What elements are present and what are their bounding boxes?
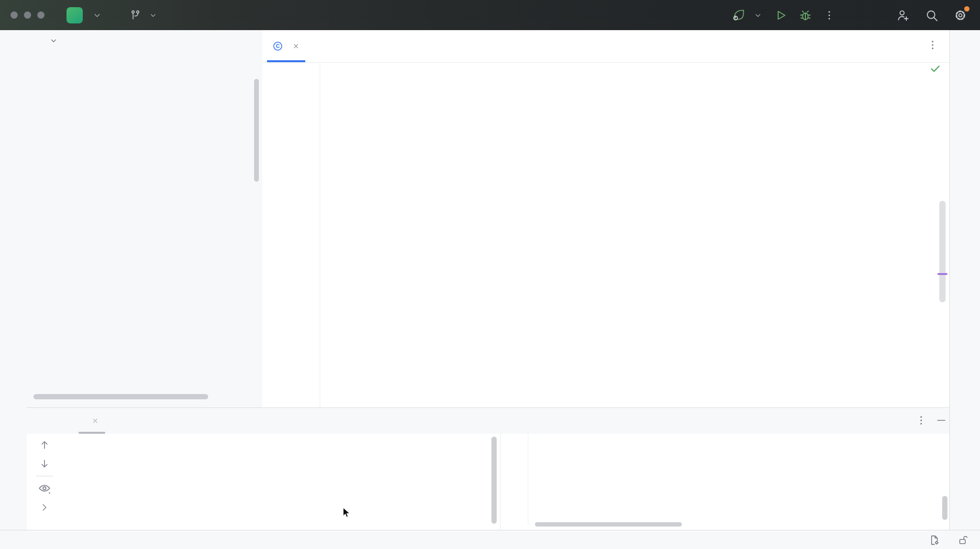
preview-horizontal-scrollbar[interactable]	[535, 522, 682, 527]
tab-close-icon[interactable]	[292, 43, 300, 50]
vcs-widget[interactable]	[129, 9, 158, 22]
project-chevron-icon[interactable]	[92, 10, 102, 21]
title-bar	[0, 0, 980, 30]
settings-badge	[964, 6, 969, 11]
indent-widget[interactable]	[925, 534, 940, 546]
add-user-icon[interactable]	[896, 8, 910, 22]
project-horizontal-scrollbar[interactable]	[33, 394, 208, 399]
preview-vertical-scrollbar[interactable]	[942, 496, 947, 520]
tab-main-java[interactable]: C	[267, 30, 305, 62]
find-tool-window	[27, 407, 949, 530]
editor-scrollbar[interactable]	[939, 201, 946, 302]
unlocked-icon[interactable]	[958, 534, 969, 546]
find-tree-scrollbar[interactable]	[491, 437, 497, 524]
find-options-kebab-icon[interactable]	[915, 414, 927, 427]
editor-area: C	[262, 30, 949, 407]
search-everywhere-icon[interactable]	[924, 8, 939, 22]
branch-chevron-icon	[148, 11, 158, 20]
project-vertical-scrollbar[interactable]	[254, 79, 259, 182]
right-tool-strip	[949, 30, 980, 530]
gutter-separator	[320, 63, 320, 407]
inspections-ok-icon[interactable]	[929, 63, 941, 75]
spring-boot-run-icon	[731, 8, 746, 22]
find-tab-usages[interactable]	[78, 408, 105, 434]
git-branch-icon	[129, 9, 142, 22]
find-tab-close-icon[interactable]	[92, 417, 99, 424]
editor-options-kebab-icon[interactable]	[926, 39, 939, 51]
minimize-panel-icon[interactable]	[935, 414, 947, 427]
class-icon: C	[273, 41, 283, 51]
project-panel-header[interactable]	[27, 30, 262, 51]
minimize-window-button[interactable]	[24, 11, 31, 19]
vcs-change-marker	[937, 273, 947, 275]
editor-tab-bar: C	[262, 30, 949, 63]
more-actions-icon[interactable]	[823, 9, 835, 22]
run-button[interactable]	[773, 8, 788, 22]
preview-gutter-separator	[528, 434, 528, 526]
run-configuration-widget[interactable]	[731, 8, 763, 22]
settings-gear-icon[interactable]	[953, 8, 968, 22]
svg-text:C: C	[276, 43, 280, 49]
usage-preview-pane[interactable]	[501, 434, 949, 526]
project-panel-chevron-icon[interactable]	[49, 36, 58, 45]
run-config-chevron-icon	[753, 11, 763, 20]
maximize-window-button[interactable]	[37, 11, 45, 19]
left-tool-strip	[0, 30, 27, 530]
code-style-file-gear-icon	[928, 534, 940, 546]
project-tool-window	[27, 30, 263, 407]
close-window-button[interactable]	[11, 11, 18, 19]
find-panel-header	[27, 408, 949, 434]
debug-button[interactable]	[798, 8, 813, 22]
window-controls	[11, 11, 45, 19]
code-editor[interactable]	[262, 63, 949, 410]
find-results-tree	[27, 434, 493, 527]
ide-window: C	[0, 0, 980, 549]
project-avatar[interactable]	[67, 7, 83, 23]
status-bar	[0, 530, 980, 549]
